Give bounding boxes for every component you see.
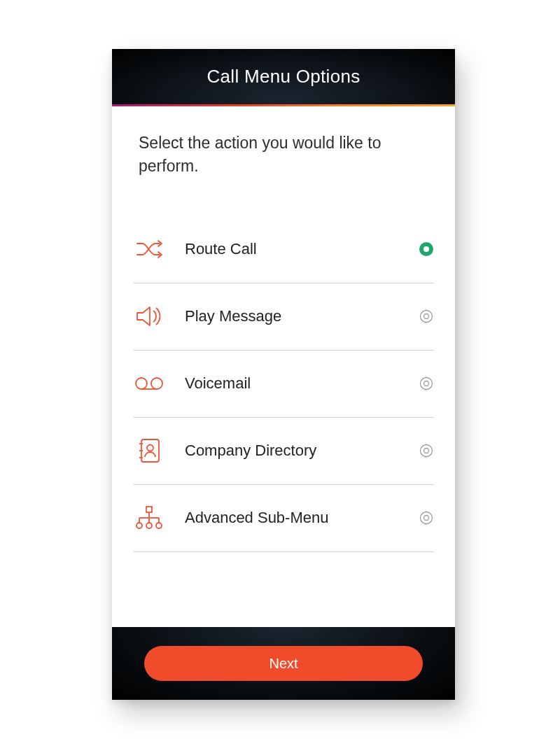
shuffle-icon [133,235,165,263]
directory-icon [133,437,165,465]
next-button[interactable]: Next [144,646,423,681]
megaphone-icon [133,302,165,330]
radio-unselected-icon [419,443,434,458]
svg-point-23 [146,523,152,528]
option-label: Play Message [165,307,419,325]
call-menu-screen: Call Menu Options Select the action you … [112,49,455,700]
svg-point-14 [421,445,433,457]
svg-point-10 [147,445,153,451]
svg-point-2 [421,311,433,323]
svg-point-25 [421,512,433,524]
option-list: Route Call Play Message [133,216,434,552]
svg-point-1 [424,246,429,252]
hierarchy-icon [133,504,165,532]
page-title: Call Menu Options [207,66,360,87]
radio-unselected-icon [419,510,434,526]
svg-point-3 [424,314,429,319]
option-label: Voicemail [165,374,419,393]
svg-point-5 [151,378,162,389]
radio-selected-icon [419,241,434,257]
radio-unselected-icon [419,309,434,324]
prompt-text: Select the action you would like to perf… [133,132,434,178]
voicemail-icon [133,370,165,397]
option-voicemail[interactable]: Voicemail [133,351,434,418]
svg-point-24 [156,523,162,528]
svg-point-22 [136,523,142,528]
option-company-directory[interactable]: Company Directory [133,418,434,485]
radio-unselected-icon [419,376,434,391]
svg-point-4 [136,378,147,389]
content-area: Select the action you would like to perf… [112,106,455,627]
option-label: Route Call [165,240,419,258]
footer: Next [112,627,455,700]
option-label: Company Directory [165,442,419,460]
svg-point-8 [424,381,429,386]
option-advanced-sub-menu[interactable]: Advanced Sub-Menu [133,485,434,552]
svg-point-15 [424,449,429,453]
option-label: Advanced Sub-Menu [165,509,419,527]
svg-rect-16 [146,507,152,512]
svg-point-7 [421,378,433,390]
svg-point-26 [424,516,429,521]
option-route-call[interactable]: Route Call [133,216,434,283]
header: Call Menu Options [112,49,455,106]
option-play-message[interactable]: Play Message [133,283,434,351]
